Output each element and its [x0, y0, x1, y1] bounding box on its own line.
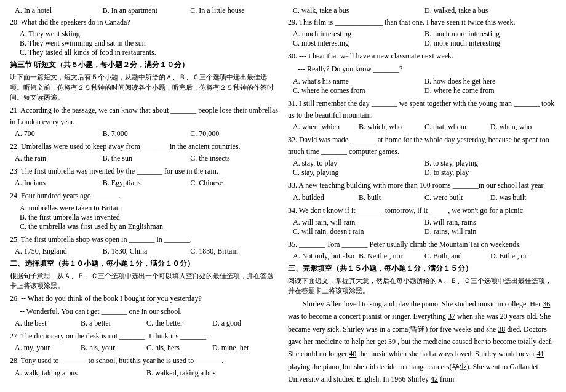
q35-opt-b: B. Neither, nor	[359, 252, 424, 261]
q21-opt-a: A. 700	[15, 129, 103, 138]
q28-text: 28. Tony used to _______ to school, but …	[10, 355, 278, 367]
q31-block: 31. I still remember the day _______ we …	[288, 98, 556, 132]
q27-options: A. my, your B. his, your C. his, hers D.…	[15, 343, 278, 353]
q19-opt-b: B. In an apartment	[103, 6, 186, 15]
q33-block: 33. A new teaching building with more th…	[288, 180, 556, 202]
q29-opt-c: C. most interesting	[293, 39, 424, 48]
q30-opt-b: B. how does he get here	[424, 77, 556, 86]
q30-opt-d: D. where he come from	[424, 86, 556, 95]
q30-sub: --- Really? Do you know _______?	[298, 63, 556, 75]
q22-text: 22. Umbrellas were used to keep away fro…	[10, 141, 278, 153]
q29-opt-a: A. much interesting	[293, 30, 424, 39]
q23-block: 23. The first umbrella was invented by t…	[10, 166, 278, 188]
q31-opt-b: B. which, who	[359, 122, 424, 132]
q25-options: A. 1750, England B. 1830, China C. 1830,…	[15, 247, 278, 256]
q31-options: A. when, which B. which, who C. that, wh…	[293, 122, 556, 132]
q19-opt-a: A. In a hotel	[15, 6, 98, 15]
q33-text: 33. A new teaching building with more th…	[288, 180, 556, 191]
q35-text: 35. _______ Tom _______ Peter usually cl…	[288, 239, 556, 250]
q35-block: 35. _______ Tom _______ Peter usually cl…	[288, 239, 556, 261]
q27-opt-c: C. his, hers	[146, 343, 212, 353]
q25-opt-a: A. 1750, England	[15, 247, 103, 256]
q30-opt-a: A. what's his name	[293, 77, 424, 86]
q31-text: 31. I still remember the day _______ we …	[288, 98, 556, 121]
q32-block: 32. David was made _______ at home for t…	[288, 134, 556, 177]
q32-opt-c: C. stay, playing	[293, 168, 424, 177]
q29-options: A. much interesting B. much more interes…	[293, 30, 556, 48]
q28-opt-b: B. walked, taking a bus	[146, 369, 278, 378]
q25-opt-c: C. 1830, Britain	[190, 247, 278, 256]
q22-options: A. the rain B. the sun C. the insects	[15, 154, 278, 163]
q21-options: A. 700 B. 7,000 C. 70,000	[15, 129, 278, 138]
q24-opt-b: B. the first umbrella was invented	[20, 213, 278, 222]
blank-38: 38	[498, 325, 505, 334]
passage-text: Shirley Allen loved to sing and play the…	[288, 298, 556, 386]
q34-opt-a: A. will rain, will rain	[293, 218, 424, 227]
q19-options: A. In a hotel B. In an apartment C. In a…	[15, 6, 278, 15]
q20-opt-b: B. They went swimming and sat in the sun	[20, 39, 278, 48]
q28-block: 28. Tony used to _______ to school, but …	[10, 355, 278, 377]
q19-opt-c: C. In a little house	[190, 6, 273, 15]
q24-text: 24. Four hundred years ago _______.	[10, 190, 278, 202]
section3-desc: 听下面一篇短文，短文后有５个小题，从题中所给的Ａ、Ｂ、Ｃ三个选项中选出最佳选项。…	[10, 72, 278, 103]
q27-opt-d: D. mine, her	[212, 343, 278, 353]
q31-opt-a: A. when, which	[293, 122, 359, 132]
passage-p7: from	[440, 375, 454, 383]
q24-block: 24. Four hundred years ago _______. A. u…	[10, 190, 278, 231]
q32-opt-a: A. stay, to play	[293, 159, 424, 168]
blank-41: 41	[537, 350, 544, 358]
blank-36: 36	[543, 300, 550, 308]
q21-opt-b: B. 7,000	[103, 129, 191, 138]
q34-opt-c: C. will rain, doesn't rain	[293, 227, 424, 236]
q32-opt-d: D. to stay, play	[424, 168, 556, 177]
q22-opt-b: B. the sun	[103, 154, 191, 163]
q34-block: 34. We don't know if it _______ tomorrow…	[288, 205, 556, 236]
q24-opt-c: C. the umbrella was first used by an Eng…	[20, 222, 278, 231]
q35-opt-c: C. Both, and	[424, 252, 490, 261]
section2-desc: 根据句子意思，从Ａ、Ｂ、Ｃ三个选项中选出一个可以填入空白处的最佳选项，并在答题卡…	[10, 271, 278, 291]
q29-opt-b: B. much more interesting	[424, 30, 556, 39]
blank-42: 42	[431, 375, 438, 383]
q30-opt-c: C. where he comes from	[293, 86, 424, 95]
q27-opt-a: A. my, your	[15, 343, 81, 353]
q20-text: 20. What did the speakers do in Canada?	[10, 17, 278, 28]
q34-opt-d: D. rains, will rain	[424, 227, 556, 236]
q22-opt-a: A. the rain	[15, 154, 103, 163]
passage-p6: playing the piano, but she did decide to…	[288, 362, 538, 383]
q23-text: 23. The first umbrella was invented by t…	[10, 166, 278, 177]
q33-opt-c: C. were built	[424, 193, 490, 202]
right-section3-header: 三、完形填空（共１５小题，每小题１分，满分１５分）	[288, 263, 556, 274]
section3-header: 第三节 听短文（共５小题，每小题２分，满分１０分）	[10, 60, 278, 70]
q26-options: A. the best B. a better C. the better D.…	[15, 319, 278, 328]
q35-options: A. Not only, but also B. Neither, nor C.…	[293, 252, 556, 261]
q25-block: 25. The first umbrella shop was open in …	[10, 234, 278, 256]
q31-opt-c: C. that, whom	[424, 122, 490, 132]
q23-opt-b: B. Egyptians	[103, 178, 191, 188]
q34-options: A. will rain, will rain B. will rain, ra…	[293, 218, 556, 236]
q32-opt-b: B. to stay, playing	[424, 159, 556, 168]
blank-37: 37	[448, 312, 455, 321]
q31-opt-d: D. when, who	[490, 122, 556, 132]
passage-p1: was to become a concert pianist or singe…	[288, 312, 446, 321]
q29-opt-d: D. more much interesting	[424, 39, 556, 48]
q20-opt-c: C. They tasted all kinds of food in rest…	[20, 48, 278, 57]
q26-sub: -- Wonderful. You can't get _______ one …	[20, 306, 278, 318]
right-section3-desc: 阅读下面短文，掌握其大意，然后在每小题所给的Ａ、Ｂ、Ｃ三个选项中选出最佳选项，并…	[288, 276, 556, 296]
q33-opt-b: B. built	[359, 193, 424, 202]
q26-opt-a: A. the best	[15, 319, 81, 328]
q20-block: 20. What did the speakers do in Canada? …	[10, 17, 278, 57]
q26-block: 26. -- What do you think of the book I b…	[10, 293, 278, 328]
q28-opt-a: A. walk, taking a bus	[15, 369, 146, 378]
q30-options: A. what's his name B. how does he get he…	[293, 77, 556, 95]
section2-header: 二、选择填空（共１０小题，每小题１分，满分１０分）	[10, 258, 278, 269]
q28-cd-options: C. walk, take a bus D. walked, take a bu…	[293, 6, 556, 15]
blank-39: 39	[388, 337, 396, 346]
q34-text: 34. We don't know if it _______ tomorrow…	[288, 205, 556, 217]
q26-opt-c: C. the better	[146, 319, 212, 328]
q32-text: 32. David was made _______ at home for t…	[288, 134, 556, 158]
passage-p5: the music which she had always loved. Sh…	[358, 350, 535, 358]
q33-opt-d: D. was built	[490, 193, 556, 202]
q33-options: A. builded B. built C. were built D. was…	[293, 193, 556, 202]
q26-text: 26. -- What do you think of the book I b…	[10, 293, 278, 305]
q21-opt-c: C. 70,000	[190, 129, 278, 138]
